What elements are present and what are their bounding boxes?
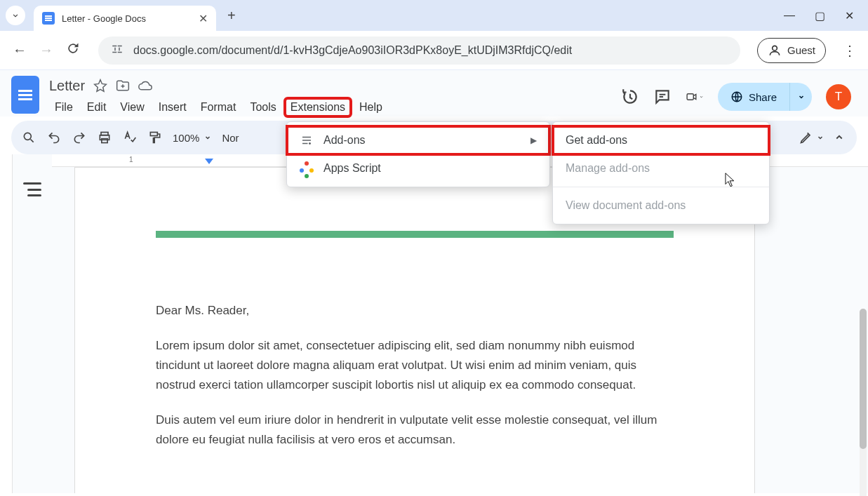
- profile-button[interactable]: Guest: [757, 38, 826, 63]
- pencil-icon: [799, 130, 813, 145]
- menu-format[interactable]: Format: [195, 98, 242, 116]
- tab-history-dropdown[interactable]: [6, 6, 25, 25]
- apps-script-menu-item[interactable]: Apps Script: [287, 154, 549, 182]
- document-title[interactable]: Letter: [49, 78, 85, 94]
- undo-button[interactable]: [46, 130, 62, 145]
- site-settings-icon[interactable]: [111, 43, 123, 58]
- svg-rect-7: [150, 133, 157, 136]
- addons-submenu: Get add-ons Manage add-ons View document…: [552, 121, 770, 224]
- reload-icon: [66, 41, 80, 55]
- body-paragraph-2[interactable]: Duis autem vel eum iriure dolor in hendr…: [156, 410, 674, 450]
- nav-forward-button[interactable]: →: [38, 42, 55, 58]
- avatar-letter: T: [835, 90, 842, 104]
- person-icon: [768, 43, 782, 58]
- history-icon[interactable]: [621, 88, 639, 106]
- addons-menu-item[interactable]: Add-ons ▶: [287, 126, 549, 154]
- chevron-down-icon: [699, 93, 704, 100]
- redo-button[interactable]: [72, 130, 87, 145]
- mouse-cursor-icon: [725, 173, 736, 188]
- submenu-arrow-icon: ▶: [530, 135, 537, 145]
- chevron-down-icon: [203, 133, 212, 142]
- menu-extensions[interactable]: Extensions: [285, 98, 351, 116]
- vertical-ruler[interactable]: [0, 154, 13, 493]
- svg-rect-1: [687, 94, 693, 100]
- docs-home-button[interactable]: [11, 76, 39, 114]
- paint-format-button[interactable]: [147, 130, 163, 145]
- globe-icon: [730, 91, 743, 103]
- menu-edit[interactable]: Edit: [81, 98, 112, 116]
- manage-addons-item[interactable]: Manage add-ons: [553, 154, 769, 182]
- view-doc-addons-label: View document add-ons: [566, 199, 756, 212]
- greeting-text[interactable]: Dear Ms. Reader,: [156, 301, 674, 321]
- nav-back-button[interactable]: ←: [11, 42, 28, 58]
- get-addons-label: Get add-ons: [566, 134, 756, 147]
- address-bar[interactable]: docs.google.com/document/d/1-kvH3gCdjeAo…: [98, 36, 740, 65]
- url-text: docs.google.com/document/d/1-kvH3gCdjeAo…: [133, 44, 572, 57]
- menu-bar: File Edit View Insert Format Tools Exten…: [49, 98, 611, 116]
- share-button-group: Share: [718, 83, 812, 111]
- menu-view[interactable]: View: [114, 98, 149, 116]
- browser-menu-button[interactable]: ⋮: [843, 42, 857, 59]
- menu-separator: [553, 187, 769, 187]
- menu-help[interactable]: Help: [354, 98, 388, 116]
- zoom-value: 100%: [173, 132, 199, 144]
- user-avatar[interactable]: T: [826, 84, 851, 109]
- window-close-button[interactable]: ✕: [845, 9, 854, 22]
- chevron-down-icon: [797, 93, 806, 101]
- apps-script-label: Apps Script: [323, 162, 537, 175]
- star-icon[interactable]: [93, 79, 107, 93]
- document-accent-bar: [156, 231, 674, 238]
- new-tab-button[interactable]: +: [227, 8, 236, 24]
- indent-marker-icon[interactable]: [205, 159, 213, 164]
- meet-icon[interactable]: [686, 88, 704, 106]
- svg-point-3: [24, 133, 31, 140]
- tab-title: Letter - Google Docs: [62, 13, 192, 24]
- menu-file[interactable]: File: [49, 98, 79, 116]
- svg-point-0: [773, 46, 777, 51]
- body-paragraph-1[interactable]: Lorem ipsum dolor sit amet, consectetuer…: [156, 336, 674, 395]
- share-dropdown-button[interactable]: [789, 83, 812, 111]
- addons-icon: [300, 133, 314, 147]
- menu-insert[interactable]: Insert: [153, 98, 192, 116]
- nav-reload-button[interactable]: [65, 41, 81, 59]
- share-label: Share: [749, 91, 777, 103]
- extensions-dropdown: Add-ons ▶ Apps Script: [286, 121, 550, 187]
- browser-tab[interactable]: Letter - Google Docs ✕: [34, 6, 216, 31]
- move-icon[interactable]: [116, 79, 130, 93]
- window-maximize-button[interactable]: ▢: [815, 9, 825, 22]
- scrollbar-thumb[interactable]: [860, 309, 867, 449]
- view-doc-addons-item[interactable]: View document add-ons: [553, 192, 769, 220]
- print-button[interactable]: [97, 130, 112, 145]
- docs-favicon-icon: [42, 12, 55, 25]
- apps-script-icon: [300, 161, 314, 175]
- editing-mode-button[interactable]: [799, 130, 824, 145]
- ruler-mark: 1: [129, 156, 133, 163]
- browser-toolbar: ← → docs.google.com/document/d/1-kvH3gCd…: [0, 31, 868, 70]
- search-menus-button[interactable]: [21, 130, 36, 145]
- window-minimize-button[interactable]: —: [784, 9, 795, 22]
- tab-close-button[interactable]: ✕: [199, 12, 208, 25]
- comments-icon[interactable]: [653, 88, 672, 106]
- cloud-status-icon[interactable]: [138, 79, 152, 93]
- vertical-scrollbar[interactable]: [860, 309, 867, 496]
- document-outline-button[interactable]: [23, 182, 41, 196]
- menu-tools[interactable]: Tools: [244, 98, 281, 116]
- docs-header: Letter File Edit View Insert Format Tool…: [0, 70, 868, 116]
- chevron-down-icon: [11, 11, 20, 20]
- browser-tab-bar: Letter - Google Docs ✕ + — ▢ ✕: [0, 0, 868, 31]
- get-addons-item[interactable]: Get add-ons: [553, 126, 769, 154]
- zoom-dropdown[interactable]: 100%: [173, 132, 212, 144]
- spellcheck-button[interactable]: [122, 130, 138, 145]
- window-controls: — ▢ ✕: [784, 9, 862, 22]
- share-button[interactable]: Share: [718, 83, 789, 111]
- addons-label: Add-ons: [323, 134, 521, 147]
- collapse-toolbar-button[interactable]: [832, 130, 847, 145]
- styles-dropdown-partial[interactable]: Nor: [222, 132, 239, 144]
- chevron-down-icon: [816, 133, 824, 142]
- profile-label: Guest: [787, 44, 815, 56]
